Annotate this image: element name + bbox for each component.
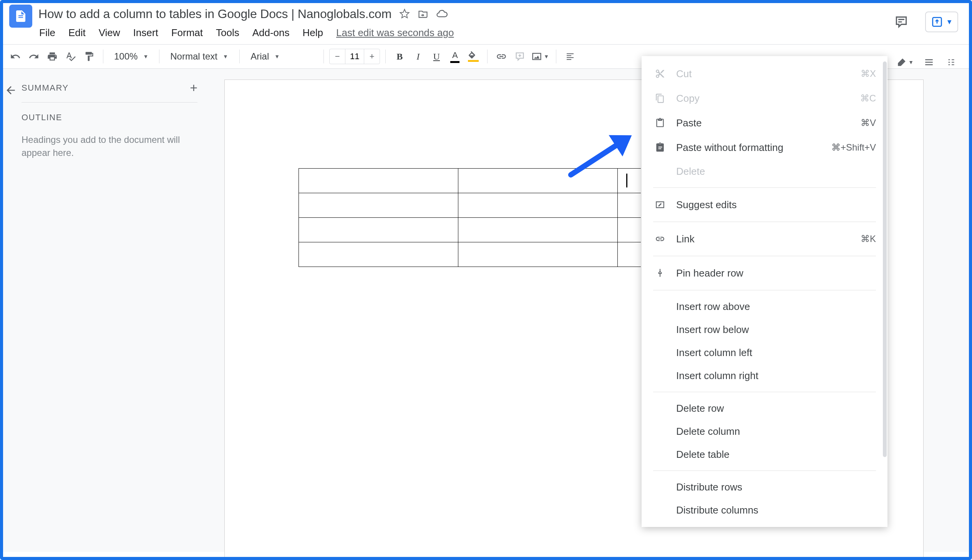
spellcheck-button[interactable] [62, 48, 79, 65]
scrollbar[interactable] [883, 62, 887, 457]
menu-insert[interactable]: Insert [133, 27, 158, 39]
table-row [299, 168, 641, 193]
editing-mode-button[interactable] [943, 54, 960, 71]
highlight-color-button[interactable] [465, 48, 482, 65]
underline-button[interactable]: U [428, 48, 445, 65]
cloud-status-icon[interactable] [436, 8, 448, 20]
table-row [299, 193, 641, 218]
zoom-value: 100% [114, 51, 138, 62]
undo-button[interactable] [7, 48, 24, 65]
context-pin-header-row[interactable]: Pin header row [642, 261, 887, 285]
shortcut-text: ⌘K [860, 233, 876, 244]
add-comment-button[interactable] [511, 48, 528, 65]
menu-view[interactable]: View [99, 27, 120, 39]
cut-icon [653, 67, 667, 81]
context-distribute-columns[interactable]: Distribute columns [642, 498, 887, 522]
caret-down-icon: ▼ [143, 53, 148, 60]
zoom-select[interactable]: 100%▼ [109, 51, 154, 62]
menu-format[interactable]: Format [171, 27, 203, 39]
font-size-decrease-button[interactable]: − [330, 49, 345, 64]
share-dropdown-caret-icon[interactable]: ▼ [946, 18, 953, 26]
pin-icon [653, 266, 667, 280]
context-pin-label: Pin header row [676, 267, 876, 279]
font-size-increase-button[interactable]: + [364, 49, 380, 64]
style-value: Normal text [170, 51, 217, 62]
outline-heading: OUTLINE [22, 113, 197, 123]
caret-down-icon: ▼ [223, 53, 228, 60]
menu-help[interactable]: Help [303, 27, 323, 39]
context-insert-row-above[interactable]: Insert row above [642, 295, 887, 318]
summary-heading: SUMMARY [22, 83, 69, 93]
context-menu: Cut ⌘X Copy ⌘C Paste ⌘V Paste without fo… [642, 56, 887, 527]
add-summary-button[interactable]: + [190, 80, 197, 95]
menu-file[interactable]: File [39, 27, 55, 39]
outline-collapse-button[interactable] [0, 69, 22, 552]
menu-edit[interactable]: Edit [68, 27, 86, 39]
font-select[interactable]: Arial▼ [245, 51, 318, 62]
share-button[interactable]: ▼ [925, 12, 958, 32]
context-distribute-rows[interactable]: Distribute rows [642, 475, 887, 498]
paragraph-style-select[interactable]: Normal text▼ [165, 51, 234, 62]
menu-addons[interactable]: Add-ons [252, 27, 290, 39]
star-icon[interactable] [399, 8, 410, 19]
move-icon[interactable] [418, 8, 428, 19]
caret-down-icon: ▼ [274, 53, 280, 60]
shortcut-text: ⌘X [860, 68, 876, 79]
bold-button[interactable]: B [391, 48, 408, 65]
context-suggest-label: Suggest edits [676, 199, 876, 211]
text-cursor [626, 173, 627, 187]
context-link[interactable]: Link ⌘K [642, 227, 887, 251]
context-paste-nofmt-label: Paste without formatting [676, 142, 831, 153]
table-row [299, 242, 641, 267]
shortcut-text: ⌘V [860, 118, 876, 128]
comments-button[interactable] [893, 13, 910, 30]
highlight-tool-button[interactable]: ▼ [895, 54, 915, 71]
redo-button[interactable] [25, 48, 42, 65]
context-insert-row-below[interactable]: Insert row below [642, 318, 887, 341]
context-suggest-edits[interactable]: Suggest edits [642, 192, 887, 217]
print-button[interactable] [44, 48, 61, 65]
font-size-control: − 11 + [329, 49, 380, 64]
outline-hint-text: Headings you add to the document will ap… [22, 133, 197, 159]
context-copy-label: Copy [676, 93, 860, 105]
copy-icon [653, 92, 667, 105]
context-insert-column-left[interactable]: Insert column left [642, 341, 887, 364]
caret-down-icon: ▼ [908, 59, 914, 65]
list-button[interactable] [920, 54, 937, 71]
table-row [299, 218, 641, 242]
menu-tools[interactable]: Tools [216, 27, 239, 39]
caret-down-icon: ▼ [544, 53, 549, 60]
link-icon [653, 232, 667, 246]
context-cut: Cut ⌘X [642, 62, 887, 86]
document-table[interactable] [298, 168, 641, 267]
insert-image-button[interactable]: ▼ [530, 48, 550, 65]
context-delete-row[interactable]: Delete row [642, 397, 887, 420]
document-title[interactable]: How to add a column to tables in Google … [38, 7, 392, 21]
docs-logo-icon[interactable] [9, 5, 32, 28]
context-cut-label: Cut [676, 68, 860, 80]
insert-link-button[interactable] [493, 48, 510, 65]
context-delete-label: Delete [676, 165, 876, 177]
shortcut-text: ⌘C [860, 93, 876, 104]
context-copy: Copy ⌘C [642, 86, 887, 111]
context-paste[interactable]: Paste ⌘V [642, 111, 887, 135]
menu-bar: File Edit View Insert Format Tools Add-o… [38, 23, 893, 44]
font-value: Arial [250, 51, 269, 62]
context-paste-label: Paste [676, 117, 860, 129]
context-insert-column-right[interactable]: Insert column right [642, 364, 887, 387]
align-button[interactable] [562, 48, 579, 65]
suggest-icon [653, 198, 667, 212]
context-paste-no-format[interactable]: Paste without formatting ⌘+Shift+V [642, 135, 887, 160]
paste-plain-icon [653, 140, 667, 154]
context-delete-column[interactable]: Delete column [642, 420, 887, 443]
last-edit-link[interactable]: Last edit was seconds ago [336, 27, 454, 39]
context-delete: Delete [642, 160, 887, 183]
italic-button[interactable]: I [410, 48, 427, 65]
paste-icon [653, 116, 667, 130]
paint-format-button[interactable] [81, 48, 98, 65]
text-color-button[interactable]: A [447, 48, 463, 65]
context-delete-table[interactable]: Delete table [642, 443, 887, 466]
font-size-value[interactable]: 11 [345, 49, 364, 64]
context-link-label: Link [676, 233, 860, 245]
shortcut-text: ⌘+Shift+V [831, 142, 876, 153]
